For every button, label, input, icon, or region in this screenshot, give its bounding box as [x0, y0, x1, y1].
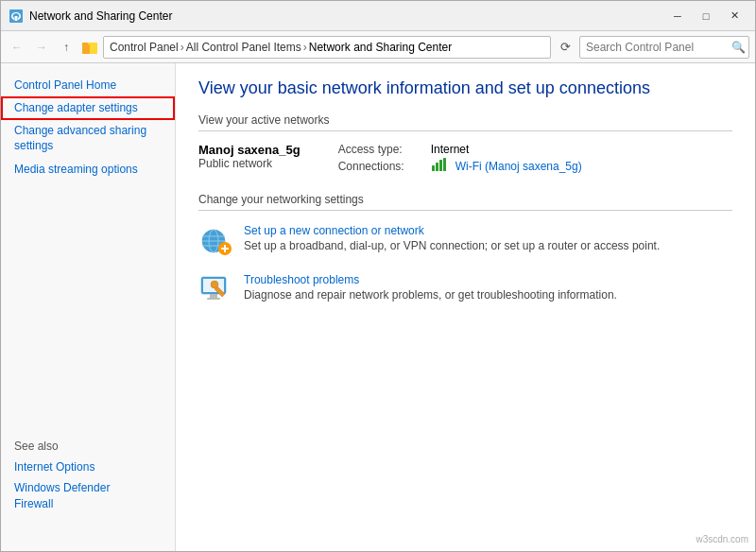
- network-name: Manoj saxena_5g: [198, 143, 301, 157]
- svg-rect-1: [15, 16, 18, 21]
- address-bar: ← → ↑ Control Panel › All Control Panel …: [1, 31, 755, 63]
- wifi-connection-info: Wi-Fi (Manoj saxena_5g): [431, 158, 582, 174]
- sidebar-item-control-panel-home[interactable]: Control Panel Home: [1, 75, 175, 96]
- svg-rect-8: [443, 158, 446, 171]
- setting-text-troubleshoot: Troubleshoot problems Diagnose and repai…: [244, 273, 617, 302]
- search-icon: 🔍: [731, 41, 746, 54]
- content-area: View your basic network information and …: [176, 63, 755, 552]
- active-networks-label: View your active networks: [198, 113, 732, 131]
- sidebar: Control Panel Home Change adapter settin…: [1, 63, 176, 552]
- window-icon: [9, 9, 24, 24]
- see-also-label: See also: [14, 440, 163, 453]
- sidebar-item-change-advanced-sharing[interactable]: Change advanced sharing settings: [1, 120, 175, 158]
- svg-rect-7: [439, 160, 442, 171]
- refresh-button[interactable]: ⟳: [555, 37, 576, 58]
- title-bar: Network and Sharing Center ─ □ ✕: [1, 1, 755, 31]
- breadcrumb-folder-icon: [80, 38, 99, 57]
- breadcrumb-all-items[interactable]: All Control Panel Items: [186, 41, 301, 54]
- sidebar-item-media-streaming[interactable]: Media streaming options: [1, 159, 175, 181]
- svg-rect-19: [210, 294, 217, 298]
- network-info: Manoj saxena_5g Public network Access ty…: [198, 143, 732, 174]
- address-path[interactable]: Control Panel › All Control Panel Items …: [103, 36, 551, 59]
- see-also-section: See also Internet Options Windows Defend…: [1, 428, 176, 515]
- new-connection-desc: Set up a broadband, dial-up, or VPN conn…: [244, 239, 660, 252]
- close-button[interactable]: ✕: [721, 7, 747, 26]
- access-type-label: Access type:: [338, 143, 423, 156]
- connections-row: Connections: Wi-Fi (Manoj saxena_5g): [338, 158, 582, 174]
- network-details: Manoj saxena_5g Public network: [198, 143, 301, 170]
- setting-item-troubleshoot: Troubleshoot problems Diagnose and repai…: [198, 273, 732, 307]
- troubleshoot-desc: Diagnose and repair network problems, or…: [244, 288, 617, 302]
- window-title: Network and Sharing Center: [29, 9, 172, 23]
- network-access: Access type: Internet Connections:: [338, 143, 582, 174]
- new-connection-link[interactable]: Set up a new connection or network: [244, 224, 424, 237]
- search-box[interactable]: 🔍: [579, 36, 749, 59]
- maximize-button[interactable]: □: [693, 7, 719, 26]
- svg-point-21: [211, 281, 218, 288]
- back-button[interactable]: ←: [7, 37, 27, 58]
- main-layout: Control Panel Home Change adapter settin…: [1, 63, 755, 552]
- svg-rect-4: [82, 43, 88, 45]
- sidebar-item-windows-defender[interactable]: Windows Defender Firewall: [14, 477, 163, 515]
- breadcrumb-current: Network and Sharing Center: [309, 41, 452, 54]
- wifi-icon: [431, 158, 450, 174]
- troubleshoot-link[interactable]: Troubleshoot problems: [244, 273, 359, 286]
- forward-button[interactable]: →: [31, 37, 52, 58]
- svg-rect-20: [207, 298, 220, 300]
- new-connection-icon: [198, 224, 232, 258]
- network-type: Public network: [198, 157, 301, 170]
- sidebar-links: Control Panel Home Change adapter settin…: [1, 63, 176, 192]
- minimize-button[interactable]: ─: [664, 7, 691, 26]
- svg-rect-6: [436, 163, 438, 171]
- access-type-row: Access type: Internet: [338, 143, 582, 156]
- svg-rect-5: [432, 165, 435, 171]
- connections-label: Connections:: [338, 160, 423, 173]
- sidebar-item-internet-options[interactable]: Internet Options: [14, 457, 163, 478]
- watermark: w3scdn.com: [696, 534, 748, 544]
- search-input[interactable]: [586, 41, 728, 54]
- breadcrumb-control-panel[interactable]: Control Panel: [110, 41, 179, 54]
- wifi-connection-link[interactable]: Wi-Fi (Manoj saxena_5g): [455, 160, 582, 173]
- access-type-value: Internet: [431, 143, 470, 156]
- svg-rect-3: [82, 44, 90, 54]
- page-title: View your basic network information and …: [198, 78, 732, 98]
- up-button[interactable]: ↑: [56, 37, 77, 58]
- troubleshoot-icon: [198, 273, 232, 307]
- setting-item-new-connection: Set up a new connection or network Set u…: [198, 224, 732, 258]
- window-controls: ─ □ ✕: [664, 7, 747, 26]
- sidebar-item-change-adapter[interactable]: Change adapter settings: [1, 96, 175, 120]
- change-settings-label: Change your networking settings: [198, 193, 732, 211]
- setting-text-new-connection: Set up a new connection or network Set u…: [244, 224, 660, 252]
